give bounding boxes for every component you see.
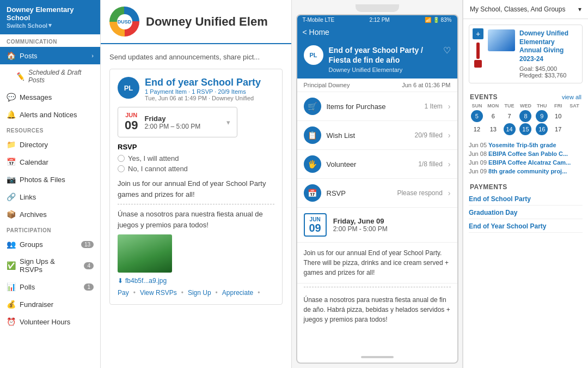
- sidebar-item-photos[interactable]: 📷 Photos & Files: [0, 171, 100, 188]
- post-event-month: JUN: [125, 112, 138, 118]
- cal-day-16[interactable]: 16: [536, 123, 548, 135]
- pay-action[interactable]: Pay: [118, 289, 129, 297]
- sidebar-item-label: Polls: [20, 283, 35, 291]
- sidebar-item-archives[interactable]: 📦 Archives: [0, 206, 100, 223]
- phone-row-value-volunteer: 1/8 filled: [418, 160, 443, 168]
- sidebar-item-posts[interactable]: 🏠 Posts ›: [0, 47, 100, 64]
- file-name: fb4b5f...a9.jpg: [125, 277, 167, 285]
- chat-icon: 💬: [7, 93, 15, 101]
- sign-up-action[interactable]: Sign Up: [188, 289, 211, 297]
- post-actions: Pay • View RSVPs • Sign Up • Appreciate …: [118, 289, 274, 297]
- dot2: •: [181, 289, 183, 297]
- send-updates-text: Send updates and announcements, share pi…: [109, 53, 283, 61]
- giving-plus-button[interactable]: +: [473, 28, 483, 39]
- payment-item-2[interactable]: Graduation Day: [469, 209, 583, 219]
- appreciate-action[interactable]: Appreciate: [222, 289, 253, 297]
- rsvp-yes-option[interactable]: Yes, I will attend: [118, 154, 274, 162]
- cal-dow-mon: MON: [487, 103, 499, 108]
- cal-day-7[interactable]: 7: [504, 110, 516, 122]
- post-body-es: Únase a nosotros para nuestra fiesta anu…: [118, 209, 274, 230]
- phone-back-button[interactable]: < Home: [303, 28, 329, 37]
- heart-icon[interactable]: ♡: [443, 45, 451, 56]
- sidebar-item-label: Sign Ups & RSVPs: [20, 257, 79, 274]
- sidebar-item-label: Messages: [20, 93, 52, 101]
- phone-row-label-wishlist: Wish List: [327, 131, 409, 140]
- event-item-3: Jun 09 EBIPA Coffee Alcatraz Cam...: [469, 159, 583, 166]
- cal-day-13[interactable]: 13: [487, 123, 499, 135]
- cal-day-8[interactable]: 8: [519, 110, 531, 122]
- phone-row-volunteer[interactable]: 🖐 Volunteer 1/8 filled ›: [297, 150, 457, 179]
- sidebar-item-label: Archives: [20, 210, 47, 219]
- radio-yes[interactable]: [118, 155, 125, 162]
- phone-row-label-rsvp: RSVP: [327, 189, 392, 197]
- main-header: DUSD Downey Unified Elem: [101, 0, 291, 44]
- cal-day-14[interactable]: 14: [504, 123, 516, 135]
- payment-item-3[interactable]: End of Year School Party: [469, 222, 583, 233]
- sidebar-item-scheduled[interactable]: ✏️ Scheduled & Draft Posts: [0, 64, 100, 88]
- post-event-block[interactable]: JUN 09 Friday 2:00 PM – 5:00 PM ▾: [118, 107, 237, 137]
- sidebar-item-signups[interactable]: ✅ Sign Ups & RSVPs 4: [0, 253, 100, 278]
- school-name: Downey Elementary School: [7, 5, 94, 22]
- chevron-right-icon: ›: [91, 52, 94, 59]
- calendar-grid: SUN MON TUE WED THU FRI SAT 5 6 7 8 9 10…: [463, 103, 588, 140]
- cal-dow-thu: THU: [536, 103, 548, 108]
- switch-school[interactable]: Switch School ▾: [7, 22, 94, 29]
- cal-day-5[interactable]: 5: [471, 110, 483, 122]
- event-name-4[interactable]: 8th grade community proj...: [488, 168, 567, 174]
- rsvp-no-label: No, I cannot attend: [128, 165, 188, 173]
- home-icon: 🏠: [7, 51, 15, 60]
- post-avatar: PL: [118, 77, 139, 99]
- phone-row-label-items: Items for Purchase: [327, 102, 419, 111]
- cal-day-empty: [568, 110, 580, 122]
- events-list: Jun 05 Yosemite Trip-5th grade Jun 08 EB…: [463, 140, 588, 179]
- sidebar-item-label: Volunteer Hours: [20, 318, 70, 326]
- school-selector[interactable]: My School, Classes, And Groups ▾: [463, 0, 588, 19]
- phone-time: 2:12 PM: [369, 17, 389, 23]
- phone-row-rsvp[interactable]: 📅 RSVP Please respond ›: [297, 179, 457, 208]
- sidebar-item-links[interactable]: 🔗 Links: [0, 188, 100, 206]
- post-event-day: 09: [125, 118, 138, 132]
- post-file-link[interactable]: ⬇ fb4b5f...a9.jpg: [118, 277, 274, 285]
- phone-avatar: PL: [304, 45, 323, 65]
- sidebar-item-groups[interactable]: 👥 Groups 13: [0, 236, 100, 253]
- payments-list: End of School Party Graduation Day End o…: [463, 193, 588, 242]
- event-name-2[interactable]: EBIPA Coffee San Pablo C...: [488, 150, 568, 157]
- events-view-all[interactable]: view all: [562, 94, 581, 100]
- payment-item-1[interactable]: End of School Party: [469, 195, 583, 206]
- cal-day-9[interactable]: 9: [536, 110, 548, 122]
- sidebar-item-calendar[interactable]: 📅 Calendar: [0, 153, 100, 171]
- post-info: End of year School Party 1 Payment Item …: [145, 77, 261, 101]
- chevron-down-icon[interactable]: ▾: [226, 118, 230, 126]
- phone-event-info: Friday, June 09 2:00 PM - 5:00 PM: [333, 217, 388, 233]
- cal-day-17[interactable]: 17: [552, 123, 564, 135]
- link-icon: 🔗: [7, 192, 15, 201]
- view-rsvps-action[interactable]: View RSVPs: [140, 289, 177, 297]
- cal-day-12[interactable]: 12: [471, 123, 483, 135]
- sidebar-item-volunteer[interactable]: ⏰ Volunteer Hours: [0, 313, 100, 330]
- right-panel: My School, Classes, And Groups ▾ + Downe…: [463, 0, 588, 368]
- sidebar-item-messages[interactable]: 💬 Messages: [0, 88, 100, 106]
- sidebar-item-fundraiser[interactable]: 💰 Fundraiser: [0, 295, 100, 313]
- phone-home-indicator[interactable]: [361, 356, 394, 358]
- post-image-thumbnail[interactable]: [118, 234, 172, 273]
- phone-notch-bar: [323, 4, 432, 12]
- cal-day-10[interactable]: 10: [552, 110, 564, 122]
- sidebar-item-alerts[interactable]: 🔔 Alerts and Notices: [0, 106, 100, 123]
- radio-no[interactable]: [118, 165, 125, 172]
- event-name-1[interactable]: Yosemite Trip-5th grade: [488, 142, 556, 148]
- resources-section: RESOURCES: [0, 123, 100, 136]
- cal-day-6[interactable]: 6: [487, 110, 499, 122]
- main-content: DUSD Downey Unified Elem Send updates an…: [101, 0, 291, 368]
- sidebar-item-directory[interactable]: 📁 Directory: [0, 136, 100, 153]
- giving-title[interactable]: Downey Unified Elementary Annual Giving …: [519, 29, 578, 63]
- event-name-3[interactable]: EBIPA Coffee Alcatraz Cam...: [488, 159, 571, 166]
- signups-badge: 4: [84, 262, 94, 269]
- cal-day-15[interactable]: 15: [519, 123, 531, 135]
- school-header: Downey Elementary School Switch School ▾: [0, 0, 100, 34]
- sidebar-item-polls[interactable]: 📊 Polls 1: [0, 278, 100, 295]
- post-title[interactable]: End of year School Party: [145, 77, 261, 88]
- phone-row-items[interactable]: 🛒 Items for Purchase 1 Item ›: [297, 92, 457, 121]
- phone-row-wishlist[interactable]: 📋 Wish List 20/9 filled ›: [297, 121, 457, 150]
- cart-icon: 🛒: [304, 98, 321, 115]
- rsvp-no-option[interactable]: No, I cannot attend: [118, 165, 274, 173]
